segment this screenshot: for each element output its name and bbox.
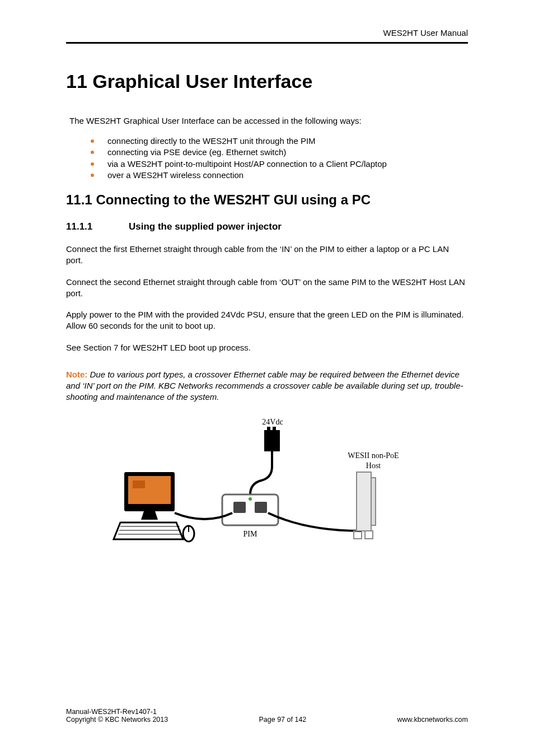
svg-rect-1 [267, 427, 270, 430]
diagram-svg: 24Vdc PIM [110, 413, 424, 559]
svg-rect-5 [255, 502, 267, 513]
diagram-host-label-2: Host [366, 461, 381, 470]
body-paragraph: Apply power to the PIM with the provided… [66, 309, 468, 332]
svg-rect-2 [273, 427, 276, 430]
note-body: Due to various port types, a crossover E… [66, 370, 463, 402]
svg-point-6 [249, 497, 252, 501]
footer-copyright: Copyright © KBC Networks 2013 [66, 716, 168, 724]
connection-diagram: 24Vdc PIM [66, 413, 468, 561]
intro-paragraph: The WES2HT Graphical User Interface can … [69, 116, 468, 125]
svg-rect-9 [133, 480, 145, 488]
access-methods-list: connecting directly to the WES2HT unit t… [91, 136, 468, 181]
footer-page-number: Page 97 of 142 [168, 716, 397, 724]
pc-icon [114, 472, 194, 542]
host-device-icon [354, 472, 376, 539]
heading-1: 11 Graphical User Interface [66, 71, 468, 92]
heading-3-title: Using the supplied power injector [129, 221, 282, 232]
svg-rect-16 [371, 478, 376, 525]
body-paragraph: Connect the second Ethernet straight thr… [66, 277, 468, 300]
list-item: connecting directly to the WES2HT unit t… [91, 136, 468, 147]
svg-rect-4 [233, 502, 246, 513]
diagram-pim-label: PIM [243, 530, 257, 538]
heading-3-number: 11.1.1 [66, 221, 129, 232]
psu-icon [250, 427, 280, 494]
heading-2: 11.1 Connecting to the WES2HT GUI using … [66, 192, 468, 208]
cable-host-icon [268, 513, 360, 531]
heading-3: 11.1.1Using the supplied power injector [66, 221, 468, 232]
svg-rect-0 [264, 430, 280, 451]
diagram-psu-label: 24Vdc [262, 418, 283, 426]
pim-icon [222, 494, 278, 525]
footer-manual-id: Manual-WES2HT-Rev1407-1 [66, 708, 168, 716]
list-item: connecting via PSE device (eg. Ethernet … [91, 147, 468, 158]
body-paragraph: See Section 7 for WES2HT LED boot up pro… [66, 342, 468, 353]
list-item: via a WES2HT point-to-multipoint Host/AP… [91, 158, 468, 170]
header-rule [66, 42, 468, 44]
page-footer: Manual-WES2HT-Rev1407-1 Copyright © KBC … [66, 708, 468, 724]
footer-url: www.kbcnetworks.com [397, 716, 468, 724]
list-item: over a WES2HT wireless connection [91, 170, 468, 181]
note-label: Note: [66, 370, 87, 379]
svg-rect-18 [365, 531, 373, 539]
svg-rect-8 [128, 476, 171, 504]
svg-rect-17 [354, 531, 362, 539]
header-doc-title: WES2HT User Manual [66, 28, 468, 38]
cable-pc-icon [175, 513, 232, 519]
diagram-host-label-1: WESII non-PoE [348, 451, 399, 460]
body-paragraph: Connect the first Ethernet straight thro… [66, 244, 468, 267]
svg-rect-15 [357, 472, 371, 531]
note-paragraph: Note: Due to various port types, a cross… [66, 369, 468, 403]
